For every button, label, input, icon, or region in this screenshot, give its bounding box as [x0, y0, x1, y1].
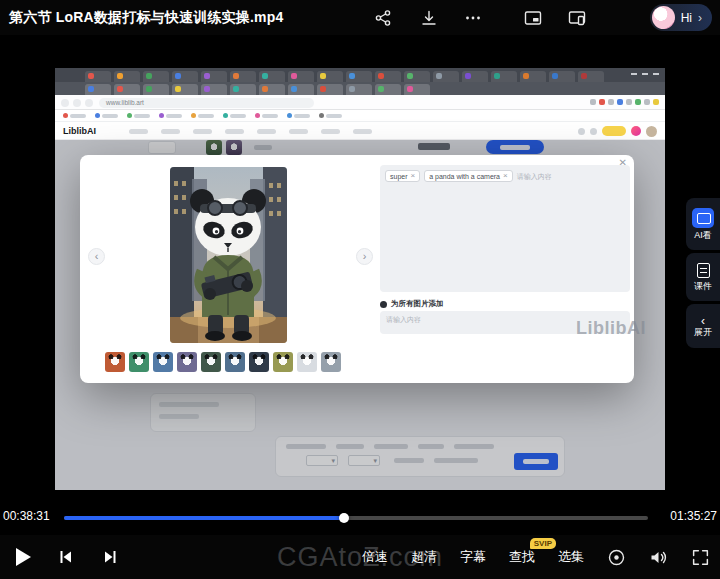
forward-icon	[73, 99, 81, 107]
play-button[interactable]	[16, 548, 31, 566]
browser-tab	[172, 71, 198, 82]
browser-tab	[143, 71, 169, 82]
ai-view-label: AI看	[694, 231, 712, 240]
courseware-label: 课件	[694, 282, 712, 291]
tab-favicon-icon	[204, 86, 210, 92]
tab-favicon-icon	[378, 73, 384, 79]
add-to-all-label: 为所有图片添加	[391, 299, 444, 309]
control-bar: CGAtoZ.com 倍速 超清 字幕 查找 SVIP 选集	[0, 535, 720, 579]
tab-favicon-icon	[204, 73, 210, 79]
video-frame[interactable]: www.liblib.art LiblibAI	[55, 68, 665, 490]
bookmark-item	[191, 113, 214, 118]
tab-favicon-icon	[494, 73, 500, 79]
tab-favicon-icon	[233, 86, 239, 92]
site-avatar	[646, 126, 657, 137]
circle-dot-icon[interactable]	[607, 548, 626, 567]
tag-input-placeholder: 请输入内容	[517, 170, 552, 183]
video-title: 第六节 LoRA数据打标与快速训练实操.mp4	[9, 9, 284, 27]
cast-screen-icon[interactable]	[568, 9, 586, 27]
browser-tab	[288, 84, 314, 95]
site-header-right	[578, 126, 657, 137]
browser-tab	[259, 84, 285, 95]
bookmark-item	[127, 113, 150, 118]
image-thumbnail	[129, 352, 149, 372]
remove-tag-icon: ×	[503, 172, 508, 180]
browser-tab	[346, 84, 372, 95]
browser-tab	[230, 84, 256, 95]
courseware-button[interactable]: 课件	[686, 253, 720, 301]
browser-tab	[143, 84, 169, 95]
playlist-button[interactable]: 选集	[558, 548, 584, 566]
image-thumbnail	[201, 352, 221, 372]
player-top-bar: 第六节 LoRA数据打标与快速训练实操.mp4 Hi ›	[0, 0, 720, 35]
speed-button[interactable]: 倍速	[362, 548, 388, 566]
previous-video-icon[interactable]	[57, 548, 75, 566]
browser-tab	[259, 71, 285, 82]
search-label: 查找	[509, 549, 535, 564]
user-greeting: Hi	[681, 11, 692, 25]
browser-tab	[85, 84, 111, 95]
download-icon[interactable]	[420, 9, 438, 27]
tab-favicon-icon	[581, 73, 587, 79]
chevron-left-icon: ‹	[701, 316, 705, 326]
picture-in-picture-icon[interactable]	[524, 9, 542, 27]
browser-tab-strip-1	[55, 68, 665, 82]
image-thumbnail	[273, 352, 293, 372]
tab-favicon-icon	[378, 86, 384, 92]
browser-tab	[317, 71, 343, 82]
ai-view-button[interactable]: AI看	[686, 198, 720, 250]
search-button[interactable]: 查找 SVIP	[509, 548, 535, 566]
progress-fill	[64, 516, 344, 520]
more-options-icon[interactable]	[464, 9, 482, 27]
browser-tab	[172, 84, 198, 95]
browser-tab	[114, 71, 140, 82]
next-video-icon[interactable]	[101, 548, 119, 566]
tab-favicon-icon	[523, 73, 529, 79]
tab-favicon-icon	[146, 86, 152, 92]
membership-button	[631, 126, 641, 136]
progress-bar[interactable]	[64, 516, 648, 520]
tab-favicon-icon	[117, 86, 123, 92]
address-bar: www.liblib.art	[99, 98, 314, 108]
chevron-right-icon: ›	[698, 12, 702, 24]
share-icon[interactable]	[374, 9, 392, 27]
browser-tab	[201, 71, 227, 82]
remove-tag-icon: ×	[411, 172, 416, 180]
quality-button[interactable]: 超清	[411, 548, 437, 566]
image-thumbnail	[105, 352, 125, 372]
image-thumbnail	[297, 352, 317, 372]
progress-handle[interactable]	[339, 513, 349, 523]
image-thumbnail	[249, 352, 269, 372]
tab-favicon-icon	[146, 73, 152, 79]
fullscreen-icon[interactable]	[691, 548, 710, 567]
reload-icon	[85, 99, 93, 107]
transport-controls	[16, 535, 119, 579]
next-image-button: ›	[356, 248, 373, 265]
caption-tag-label: a panda with a camera	[429, 173, 500, 180]
previous-image-button: ‹	[88, 248, 105, 265]
volume-icon[interactable]	[649, 548, 668, 567]
page-watermark: LiblibAI	[576, 318, 646, 339]
browser-tab	[201, 84, 227, 95]
browser-tab-strip-2	[55, 82, 665, 95]
add-to-all-row: 为所有图片添加	[380, 299, 444, 309]
browser-tab	[288, 71, 314, 82]
thumbnail-strip	[105, 352, 341, 372]
tab-favicon-icon	[175, 86, 181, 92]
tab-favicon-icon	[349, 86, 355, 92]
site-logo: LiblibAI	[63, 126, 96, 136]
subtitles-button[interactable]: 字幕	[460, 548, 486, 566]
bookmark-item	[319, 113, 342, 118]
bookmark-item	[223, 113, 246, 118]
bookmark-item	[287, 113, 310, 118]
image-thumbnail	[153, 352, 173, 372]
tab-favicon-icon	[262, 86, 268, 92]
player-side-tools: AI看 课件 ‹ 展开	[686, 198, 720, 348]
browser-tab	[85, 71, 111, 82]
browser-tab	[462, 71, 488, 82]
caption-tag-input: super × a panda with a camera × 请输入内容	[380, 165, 630, 292]
expand-button[interactable]: ‹ 展开	[686, 304, 720, 348]
site-nav	[129, 129, 372, 134]
user-account-button[interactable]: Hi ›	[650, 4, 712, 31]
browser-tab	[346, 71, 372, 82]
